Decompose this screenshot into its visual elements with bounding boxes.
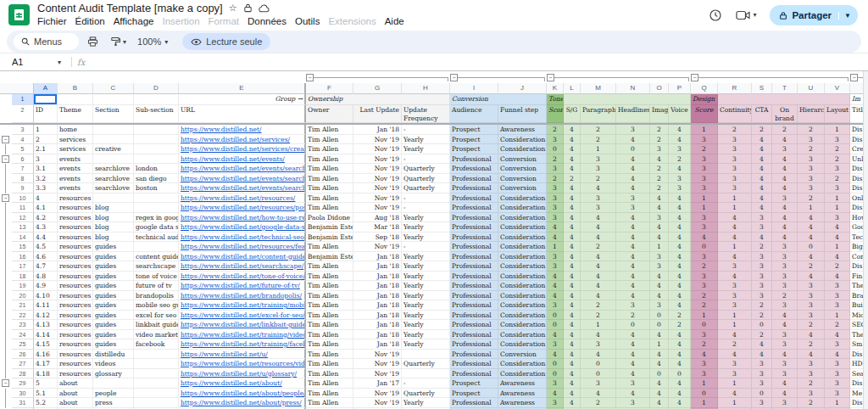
cell[interactable]: 3: [669, 144, 691, 154]
cell[interactable]: 3: [691, 359, 718, 369]
cell[interactable]: resources: [58, 339, 93, 350]
header-theme[interactable]: Theme: [58, 105, 93, 123]
cell[interactable]: 3: [718, 291, 752, 301]
cell[interactable]: 4: [564, 222, 581, 233]
cell[interactable]: 3: [547, 164, 564, 174]
cell[interactable]: 3: [547, 203, 564, 213]
version-history-icon[interactable]: [709, 8, 722, 22]
print-icon[interactable]: [84, 36, 102, 47]
zoom-control[interactable]: 100% ▾: [135, 36, 170, 47]
cell[interactable]: events: [58, 164, 93, 174]
cell[interactable]: 4: [669, 272, 691, 282]
cell[interactable]: Yearly: [402, 330, 450, 340]
cell[interactable]: 2: [718, 125, 752, 135]
cell[interactable]: https://www.distilled.net/resources/: [179, 193, 306, 204]
cell[interactable]: 3: [772, 359, 798, 369]
cell[interactable]: [93, 154, 134, 165]
cell[interactable]: 3: [798, 389, 825, 399]
cell[interactable]: Nov '19: [353, 144, 402, 154]
cell[interactable]: [134, 350, 179, 360]
cell[interactable]: Professional: [450, 252, 498, 262]
cell[interactable]: Conversion: [498, 350, 547, 360]
cell[interactable]: Yearly: [402, 320, 450, 330]
cell[interactable]: https://www.distilled.net/events/: [179, 154, 306, 165]
cell[interactable]: resources: [58, 213, 93, 223]
cell[interactable]: 4: [564, 252, 581, 262]
cell[interactable]: 4: [564, 154, 581, 165]
cell[interactable]: 3: [752, 272, 772, 282]
cell-group-arrow[interactable]: Group →: [179, 94, 306, 105]
column-header-t[interactable]: T: [772, 83, 798, 94]
cell[interactable]: Jan '18: [353, 320, 402, 330]
cell[interactable]: 2: [798, 261, 825, 272]
cell[interactable]: 4: [650, 378, 669, 389]
column-header-i[interactable]: I: [450, 83, 498, 94]
cell[interactable]: 3: [616, 203, 650, 213]
cell[interactable]: 4: [718, 330, 752, 340]
cell[interactable]: Nov '19: [353, 193, 402, 204]
cell[interactable]: 3: [547, 300, 564, 311]
cell[interactable]: Sep '18: [353, 233, 402, 243]
cell[interactable]: 1: [718, 398, 752, 408]
cell[interactable]: 2: [752, 330, 772, 340]
cell[interactable]: 3: [718, 183, 752, 193]
cell[interactable]: guides: [93, 291, 134, 301]
cell[interactable]: resources: [58, 233, 93, 243]
cell[interactable]: content guide: [134, 252, 179, 262]
cell[interactable]: 4: [650, 203, 669, 213]
cell[interactable]: glossary: [93, 369, 134, 379]
cell[interactable]: 4: [650, 154, 669, 165]
cell[interactable]: Nov '19: [353, 242, 402, 252]
cell[interactable]: Nov '19: [353, 350, 402, 360]
cell[interactable]: 3: [825, 135, 850, 145]
cell[interactable]: 4: [581, 330, 616, 340]
cell[interactable]: 2: [798, 320, 825, 330]
cell[interactable]: 4: [650, 359, 669, 369]
cell[interactable]: 4: [547, 350, 564, 360]
cell[interactable]: 3: [718, 174, 752, 184]
cell[interactable]: 4: [564, 359, 581, 369]
cell[interactable]: 4: [547, 389, 564, 399]
cell[interactable]: 3: [772, 261, 798, 272]
cell[interactable]: Jan '18: [353, 272, 402, 282]
cell[interactable]: 4: [669, 281, 691, 291]
cell[interactable]: searchlove: [93, 183, 134, 193]
cell[interactable]: Jan '18: [353, 330, 402, 340]
cell[interactable]: 3: [691, 252, 718, 262]
cell[interactable]: 4: [581, 389, 616, 399]
selected-cell-a1[interactable]: [34, 94, 58, 105]
cell[interactable]: excel for seo: [134, 311, 179, 321]
header-tone-score[interactable]: Score: [547, 105, 564, 123]
cell[interactable]: 3: [547, 378, 564, 389]
cell[interactable]: Professional: [450, 300, 498, 311]
cell[interactable]: 3: [718, 164, 752, 174]
cell[interactable]: 1: [691, 193, 718, 204]
cell[interactable]: 4: [669, 398, 691, 408]
cell[interactable]: Consideration: [498, 300, 547, 311]
cell[interactable]: 4: [650, 389, 669, 399]
cell[interactable]: 4: [825, 222, 850, 233]
cell[interactable]: Yearly: [402, 144, 450, 154]
collapse-group-icon[interactable]: −: [450, 74, 458, 81]
cell[interactable]: 3: [798, 135, 825, 145]
cell[interactable]: Awareness: [498, 389, 547, 399]
cell[interactable]: Quarterly: [402, 389, 450, 399]
cell[interactable]: resources: [58, 300, 93, 311]
cell[interactable]: 4: [772, 183, 798, 193]
cell[interactable]: https://www.distilled.net/resources/feat…: [179, 242, 306, 252]
cell[interactable]: 4: [581, 350, 616, 360]
cell[interactable]: guides: [93, 320, 134, 330]
cell[interactable]: videos: [93, 359, 134, 369]
row-header[interactable]: 10: [12, 193, 34, 204]
cell[interactable]: guides: [93, 281, 134, 291]
cell[interactable]: 4: [718, 252, 752, 262]
cell[interactable]: 0: [691, 389, 718, 399]
cell[interactable]: Tim Allen: [306, 281, 353, 291]
cell[interactable]: 4: [798, 252, 825, 262]
cell[interactable]: https://www.distilled.net/about/press/: [179, 398, 306, 408]
header-last-update[interactable]: Last Update: [353, 105, 402, 123]
cell[interactable]: 3: [772, 144, 798, 154]
cell[interactable]: [93, 125, 134, 135]
cell[interactable]: Yearly: [402, 272, 450, 282]
cell[interactable]: 2: [547, 125, 564, 135]
